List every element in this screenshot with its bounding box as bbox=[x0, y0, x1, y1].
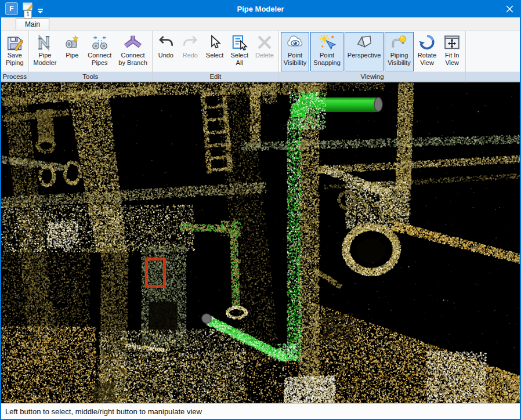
status-bar: Left button to select, middle/right butt… bbox=[1, 403, 520, 419]
ribbon-button-label: Save Piping bbox=[6, 52, 24, 66]
close-button[interactable] bbox=[499, 0, 520, 17]
point-visibility-icon bbox=[287, 34, 304, 51]
ribbon-button-label: Undo bbox=[158, 52, 173, 59]
group-body: Point VisibilityPoint SnappingPerspectiv… bbox=[279, 31, 465, 71]
redo-icon bbox=[182, 34, 199, 51]
ribbon-button-rotate-view[interactable]: Rotate View bbox=[415, 32, 439, 71]
ribbon-filler bbox=[466, 31, 520, 81]
ribbon-button-label: Delete bbox=[255, 52, 274, 59]
group-label: Tools bbox=[29, 71, 152, 81]
status-text: Left button to select, middle/right butt… bbox=[5, 407, 202, 416]
ribbon-button-label: Pipe Modeler bbox=[34, 52, 57, 66]
ribbon-button-pipe-modeler[interactable]: Pipe Modeler bbox=[31, 32, 60, 71]
ribbon-button-label: Pipe bbox=[66, 52, 78, 59]
ribbon-button-connect-pipes[interactable]: Connect Pipes bbox=[85, 32, 114, 71]
window-title: Pipe Modeler bbox=[1, 5, 520, 13]
ribbon-button-connect-by-branch[interactable]: Connect by Branch bbox=[115, 32, 150, 71]
ribbon-button-select-all[interactable]: Select All bbox=[227, 32, 251, 71]
viewport-3d[interactable] bbox=[1, 82, 520, 403]
connect-branch-icon bbox=[124, 34, 142, 51]
group-label: Viewing bbox=[279, 71, 465, 81]
ribbon-group-edit: UndoRedoSelectSelect AllDeleteEdit bbox=[153, 31, 279, 81]
pipe-modeler-icon bbox=[36, 34, 53, 51]
app-menu-button[interactable]: F bbox=[5, 2, 18, 15]
app-window: F 1 Pipe Modeler Main Save PipingProcess… bbox=[0, 0, 521, 420]
ribbon-button-point-visibility[interactable]: Point Visibility bbox=[281, 32, 310, 71]
connect-pipes-icon bbox=[91, 34, 108, 51]
group-label: Process bbox=[1, 71, 28, 81]
ribbon-button-delete[interactable]: Delete bbox=[252, 32, 277, 71]
ribbon-button-select[interactable]: Select bbox=[203, 32, 227, 71]
ribbon-button-label: Redo bbox=[183, 52, 198, 59]
ribbon-button-label: Point Visibility bbox=[284, 52, 307, 66]
ribbon-group-tools: Pipe ModelerPipeConnect PipesConnect by … bbox=[29, 31, 153, 81]
ribbon-button-fit-in-view[interactable]: Fit In View bbox=[440, 32, 464, 71]
fit-in-view-icon bbox=[443, 34, 461, 51]
ribbon-button-label: Connect Pipes bbox=[88, 52, 111, 66]
group-body: Save Piping bbox=[1, 31, 28, 71]
ribbon-button-label: Connect by Branch bbox=[118, 52, 147, 66]
select-all-icon bbox=[231, 34, 248, 51]
ribbon: Save PipingProcessPipe ModelerPipeConnec… bbox=[1, 30, 520, 81]
undo-icon bbox=[157, 34, 175, 51]
ribbon-button-undo[interactable]: Undo bbox=[154, 32, 178, 71]
point-cloud-canvas[interactable] bbox=[1, 82, 520, 403]
titlebar: F 1 Pipe Modeler bbox=[1, 0, 520, 17]
ribbon-button-redo[interactable]: Redo bbox=[179, 32, 202, 71]
ribbon-button-piping-visibility[interactable]: Piping Visibility bbox=[385, 32, 414, 71]
ribbon-button-label: Rotate View bbox=[418, 52, 436, 66]
piping-visibility-icon bbox=[390, 34, 408, 51]
chevron-down-icon[interactable] bbox=[38, 6, 43, 16]
ribbon-button-label: Select All bbox=[230, 52, 248, 66]
ribbon-group-process: Save PipingProcess bbox=[1, 31, 29, 81]
ribbon-button-label: Point Snapping bbox=[313, 52, 341, 66]
group-body: UndoRedoSelectSelect AllDelete bbox=[153, 31, 278, 71]
rotate-view-icon bbox=[418, 34, 436, 51]
ribbon-button-label: Piping Visibility bbox=[388, 52, 411, 66]
save-icon bbox=[6, 34, 23, 51]
pipe-icon bbox=[63, 34, 81, 51]
ribbon-button-perspective[interactable]: Perspective bbox=[345, 32, 383, 71]
tab-main[interactable]: Main bbox=[16, 18, 49, 30]
qat-keytip: 1 bbox=[24, 10, 32, 19]
ribbon-button-label: Fit In View bbox=[445, 52, 459, 66]
perspective-icon bbox=[356, 34, 373, 51]
ribbon-button-label: Select bbox=[206, 52, 224, 59]
ribbon-tabs: Main bbox=[1, 17, 520, 30]
delete-icon bbox=[256, 34, 273, 51]
ribbon-button-label: Perspective bbox=[348, 52, 381, 59]
ribbon-group-viewing: Point VisibilityPoint SnappingPerspectiv… bbox=[279, 31, 466, 81]
group-body: Pipe ModelerPipeConnect PipesConnect by … bbox=[29, 31, 152, 71]
select-icon bbox=[206, 34, 223, 51]
close-icon bbox=[506, 5, 513, 13]
group-label: Edit bbox=[153, 71, 278, 81]
ribbon-button-pipe[interactable]: Pipe bbox=[60, 32, 84, 71]
point-snapping-icon bbox=[319, 34, 336, 51]
ribbon-button-save-piping[interactable]: Save Piping bbox=[3, 32, 27, 71]
quick-access-toolbar: 1 bbox=[23, 2, 43, 16]
ribbon-button-point-snapping[interactable]: Point Snapping bbox=[310, 32, 343, 71]
